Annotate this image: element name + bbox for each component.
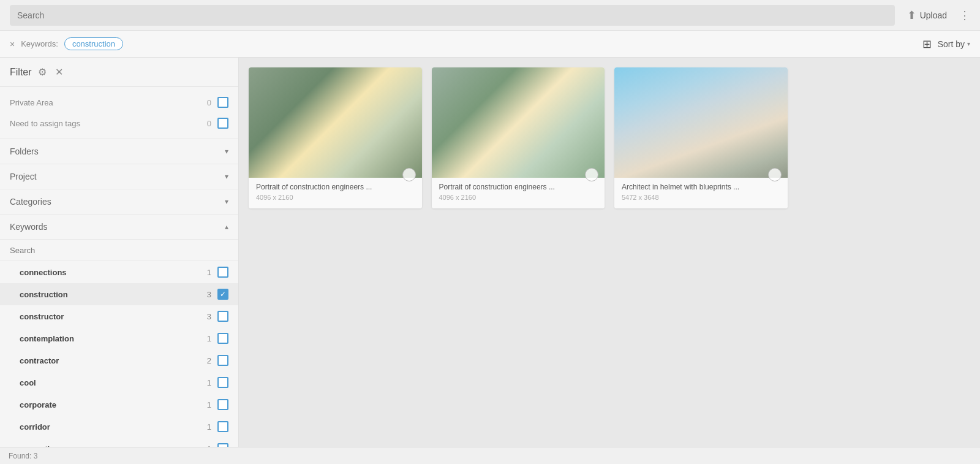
folders-section[interactable]: Folders ▾	[0, 139, 238, 164]
categories-chevron-icon: ▾	[225, 197, 228, 206]
keyword-checkbox[interactable]	[217, 421, 228, 432]
keyword-row[interactable]: corridor 1	[0, 416, 238, 438]
keyword-checkbox[interactable]	[217, 377, 228, 388]
need-tags-checkbox[interactable]	[217, 118, 228, 129]
keyword-checkbox[interactable]	[217, 311, 228, 322]
sidebar-header: Filter ⚙ ✕	[0, 58, 238, 87]
project-label: Project	[10, 172, 225, 181]
select-circle[interactable]	[585, 168, 598, 181]
active-keyword-tag[interactable]: construction	[64, 37, 123, 50]
folders-chevron-icon: ▾	[225, 147, 228, 156]
need-tags-row: Need to assign tags 0	[0, 113, 238, 134]
sidebar-close-icon[interactable]: ✕	[55, 66, 63, 78]
filter-checkboxes: Private Area 0 Need to assign tags 0	[0, 87, 238, 139]
keyword-row[interactable]: corporate 1	[0, 394, 238, 416]
image-thumbnail	[432, 67, 605, 178]
image-info: Architect in helmet with blueprints ... …	[614, 178, 788, 208]
keywords-section-label: Keywords	[10, 222, 225, 232]
search-input[interactable]	[17, 10, 888, 20]
private-area-count: 0	[207, 98, 211, 107]
image-card[interactable]: Architect in helmet with blueprints ... …	[614, 67, 788, 208]
image-thumbnail	[249, 67, 422, 178]
image-grid: Portrait of construction engineers ... 4…	[249, 67, 970, 208]
top-bar: ⬆ Upload ⋮	[0, 0, 980, 31]
keyword-row[interactable]: constructor 3	[0, 305, 238, 327]
keyword-checkbox[interactable]	[217, 267, 228, 278]
select-circle[interactable]	[402, 168, 416, 181]
keyword-checkbox[interactable]	[217, 289, 228, 300]
search-box[interactable]	[10, 5, 895, 26]
keywords-search-wrap[interactable]	[0, 240, 238, 261]
keywords-search-input[interactable]	[10, 246, 228, 255]
status-bar: Found: 3	[0, 447, 980, 464]
need-tags-count: 0	[207, 119, 211, 128]
upload-button[interactable]: ⬆ Upload	[902, 6, 952, 25]
gear-icon[interactable]: ⚙	[38, 66, 47, 78]
keyword-label: contractor	[20, 356, 207, 365]
keyword-label: corridor	[20, 422, 207, 432]
image-dimensions: 4096 x 2160	[256, 194, 415, 201]
keywords-header[interactable]: Keywords ▴	[0, 215, 238, 240]
private-area-checkbox[interactable]	[217, 97, 228, 108]
image-title: Portrait of construction engineers ...	[256, 183, 415, 191]
image-dimensions: 5472 x 3648	[622, 194, 780, 201]
keyword-checkbox[interactable]	[217, 399, 228, 410]
image-info: Portrait of construction engineers ... 4…	[432, 178, 605, 208]
project-section[interactable]: Project ▾	[0, 164, 238, 189]
keyword-checkbox[interactable]	[217, 333, 228, 344]
keyword-row[interactable]: contemplation 1	[0, 327, 238, 349]
chevron-down-icon: ▾	[967, 40, 970, 47]
content-area: Portrait of construction engineers ... 4…	[239, 58, 980, 447]
filter-bar: × Keywords: construction ⊞ Sort by ▾	[0, 31, 980, 58]
folders-label: Folders	[10, 146, 225, 156]
image-card[interactable]: Portrait of construction engineers ... 4…	[432, 67, 605, 208]
keyword-row[interactable]: cosmetic 1	[0, 438, 238, 447]
main-layout: Filter ⚙ ✕ Private Area 0 Need to assign…	[0, 58, 980, 447]
keyword-checkbox[interactable]	[217, 355, 228, 366]
image-dimensions: 4096 x 2160	[439, 194, 598, 201]
image-thumbnail	[614, 67, 788, 178]
keyword-count: 1	[207, 268, 211, 277]
keyword-label: constructor	[20, 312, 207, 321]
filter-title: Filter	[10, 67, 32, 78]
keyword-row[interactable]: cool 1	[0, 371, 238, 394]
found-count: Found: 3	[9, 452, 37, 460]
image-info: Portrait of construction engineers ... 4…	[249, 178, 422, 208]
keyword-count: 1	[207, 334, 211, 343]
keyword-label: construction	[20, 290, 207, 299]
keyword-label: contemplation	[20, 334, 207, 343]
keyword-row[interactable]: contractor 2	[0, 349, 238, 371]
keyword-row[interactable]: construction 3	[0, 283, 238, 305]
image-card[interactable]: Portrait of construction engineers ... 4…	[249, 67, 422, 208]
grid-view-icon[interactable]: ⊞	[922, 37, 932, 51]
sort-by-dropdown[interactable]: Sort by ▾	[938, 39, 970, 49]
sidebar: Filter ⚙ ✕ Private Area 0 Need to assign…	[0, 58, 239, 447]
upload-label: Upload	[920, 10, 947, 20]
keywords-list: connections 1 construction 3 constructor…	[0, 261, 238, 447]
private-area-label: Private Area	[10, 98, 207, 107]
clear-filter-button[interactable]: ×	[10, 39, 15, 49]
sort-by-label: Sort by	[938, 39, 965, 49]
keyword-count: 1	[207, 422, 211, 432]
more-menu-icon[interactable]: ⋮	[959, 9, 970, 22]
private-area-row: Private Area 0	[0, 92, 238, 113]
keyword-row[interactable]: connections 1	[0, 261, 238, 283]
select-circle[interactable]	[768, 168, 782, 181]
image-title: Portrait of construction engineers ...	[439, 183, 598, 191]
keyword-label: cool	[20, 378, 207, 387]
keywords-section: Keywords ▴ connections 1 construction 3 …	[0, 215, 238, 447]
categories-label: Categories	[10, 197, 225, 207]
keywords-chevron-icon: ▴	[225, 222, 228, 231]
keyword-count: 1	[207, 400, 211, 409]
categories-section[interactable]: Categories ▾	[0, 189, 238, 215]
keyword-count: 3	[207, 290, 211, 299]
need-tags-label: Need to assign tags	[10, 119, 207, 128]
project-chevron-icon: ▾	[225, 172, 228, 181]
keyword-count: 2	[207, 356, 211, 365]
upload-icon: ⬆	[907, 9, 916, 22]
keyword-count: 1	[207, 378, 211, 387]
image-title: Architect in helmet with blueprints ...	[622, 183, 780, 191]
keyword-label: corporate	[20, 400, 207, 409]
keyword-count: 3	[207, 312, 211, 321]
keyword-label: connections	[20, 268, 207, 277]
